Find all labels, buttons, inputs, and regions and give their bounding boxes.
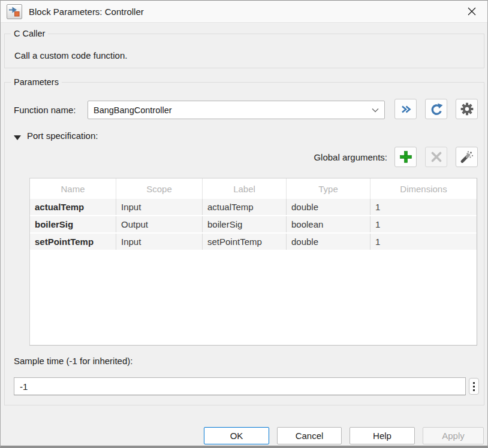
sample-time-label: Sample time (-1 for inherited): xyxy=(14,356,132,366)
cell-type[interactable]: double xyxy=(287,234,370,250)
cell-label[interactable]: setPointTemp xyxy=(203,234,287,250)
cell-dimensions[interactable]: 1 xyxy=(370,199,477,215)
port-spec-label: Port specification: xyxy=(27,131,98,141)
table-row[interactable]: boilerSig Output boilerSig boolean 1 xyxy=(30,216,477,234)
cell-dimensions[interactable]: 1 xyxy=(370,234,477,250)
cell-name[interactable]: setPointTemp xyxy=(30,234,116,250)
cell-dimensions[interactable]: 1 xyxy=(370,216,477,232)
column-header-dimensions: Dimensions xyxy=(370,178,477,199)
wand-icon xyxy=(460,150,474,164)
refresh-icon xyxy=(430,103,443,116)
block-type-group-label: C Caller xyxy=(11,29,48,38)
refresh-button[interactable] xyxy=(425,99,447,119)
global-arguments-label: Global arguments: xyxy=(294,152,387,162)
settings-button[interactable] xyxy=(456,99,478,119)
x-icon xyxy=(430,151,442,163)
sample-time-menu-button[interactable] xyxy=(469,378,479,395)
parameters-group-label: Parameters xyxy=(11,77,62,87)
port-table-header: Name Scope Label Type Dimensions xyxy=(30,178,477,199)
function-name-value: BangBangController xyxy=(88,105,372,115)
port-table: Name Scope Label Type Dimensions actualT… xyxy=(29,178,477,346)
cell-name[interactable]: boilerSig xyxy=(30,216,116,232)
block-type-group: C Caller Call a custom code function. xyxy=(4,34,484,68)
infer-arguments-button[interactable] xyxy=(456,147,478,167)
port-table-body: actualTemp Input actualTemp double 1 boi… xyxy=(30,199,477,251)
ok-button[interactable]: OK xyxy=(204,427,269,444)
cell-scope[interactable]: Input xyxy=(116,234,203,250)
column-header-type: Type xyxy=(287,178,370,199)
gear-icon xyxy=(460,102,474,116)
table-row[interactable]: setPointTemp Input setPointTemp double 1 xyxy=(30,234,477,251)
cancel-button[interactable]: Cancel xyxy=(277,427,342,444)
remove-argument-button xyxy=(425,147,447,167)
cell-scope[interactable]: Input xyxy=(116,199,203,215)
port-spec-toggle[interactable] xyxy=(14,132,21,143)
double-chevron-icon xyxy=(400,105,411,114)
cell-type[interactable]: double xyxy=(287,199,370,215)
apply-button: Apply xyxy=(423,427,484,444)
kebab-icon xyxy=(473,382,475,391)
titlebar: Block Parameters: Controller xyxy=(1,1,487,23)
triangle-down-icon xyxy=(14,135,21,140)
cell-label[interactable]: boilerSig xyxy=(203,216,287,232)
block-description: Call a custom code function. xyxy=(14,50,127,60)
column-header-label: Label xyxy=(203,178,287,199)
function-name-label: Function name: xyxy=(14,105,76,115)
cell-type[interactable]: boolean xyxy=(287,216,370,232)
function-browse-button[interactable] xyxy=(394,99,417,119)
cell-scope[interactable]: Output xyxy=(116,216,203,232)
column-header-scope: Scope xyxy=(116,178,203,199)
close-icon xyxy=(467,7,477,16)
plus-icon xyxy=(399,150,412,164)
cell-name[interactable]: actualTemp xyxy=(30,199,116,215)
block-parameters-dialog: Block Parameters: Controller C Caller Ca… xyxy=(0,0,488,448)
help-button[interactable]: Help xyxy=(350,427,415,444)
table-row[interactable]: actualTemp Input actualTemp double 1 xyxy=(30,199,477,216)
function-name-combobox[interactable]: BangBangController xyxy=(88,101,385,119)
column-header-name: Name xyxy=(30,178,116,199)
add-argument-button[interactable] xyxy=(394,147,417,167)
window-title: Block Parameters: Controller xyxy=(29,7,144,17)
sample-time-input[interactable] xyxy=(14,377,466,395)
cell-label[interactable]: actualTemp xyxy=(203,199,287,215)
simulink-block-icon xyxy=(7,4,22,19)
close-button[interactable] xyxy=(462,2,481,20)
chevron-down-icon xyxy=(372,108,384,113)
